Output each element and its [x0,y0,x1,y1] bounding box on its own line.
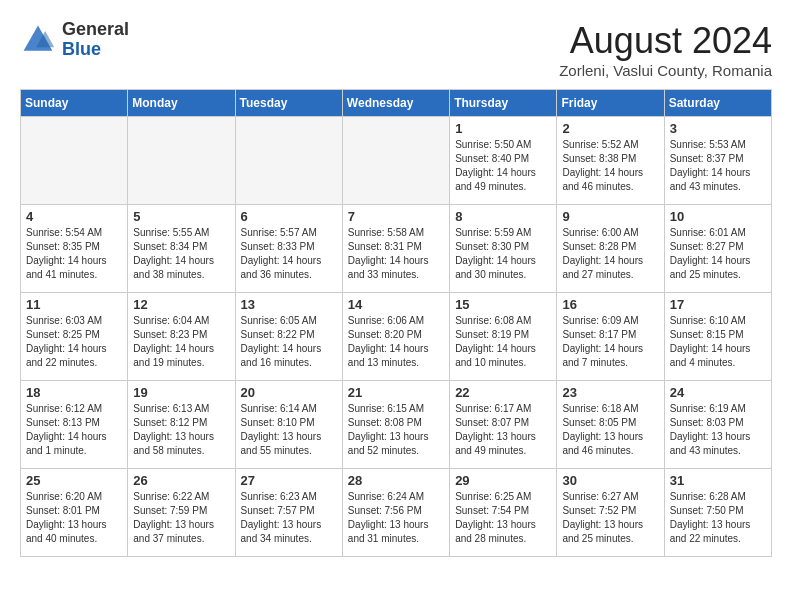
logo-icon [20,22,56,58]
day-info: Sunrise: 6:25 AM Sunset: 7:54 PM Dayligh… [455,490,551,546]
day-number: 20 [241,385,337,400]
day-number: 24 [670,385,766,400]
calendar-cell: 24Sunrise: 6:19 AM Sunset: 8:03 PM Dayli… [664,381,771,469]
calendar-cell: 26Sunrise: 6:22 AM Sunset: 7:59 PM Dayli… [128,469,235,557]
day-number: 18 [26,385,122,400]
calendar-cell: 30Sunrise: 6:27 AM Sunset: 7:52 PM Dayli… [557,469,664,557]
calendar-cell: 29Sunrise: 6:25 AM Sunset: 7:54 PM Dayli… [450,469,557,557]
day-number: 10 [670,209,766,224]
calendar-cell: 14Sunrise: 6:06 AM Sunset: 8:20 PM Dayli… [342,293,449,381]
calendar-cell: 23Sunrise: 6:18 AM Sunset: 8:05 PM Dayli… [557,381,664,469]
calendar-cell: 2Sunrise: 5:52 AM Sunset: 8:38 PM Daylig… [557,117,664,205]
day-info: Sunrise: 6:14 AM Sunset: 8:10 PM Dayligh… [241,402,337,458]
day-info: Sunrise: 6:22 AM Sunset: 7:59 PM Dayligh… [133,490,229,546]
calendar-cell [342,117,449,205]
day-number: 26 [133,473,229,488]
calendar-cell [21,117,128,205]
day-number: 17 [670,297,766,312]
calendar-cell: 7Sunrise: 5:58 AM Sunset: 8:31 PM Daylig… [342,205,449,293]
day-info: Sunrise: 6:08 AM Sunset: 8:19 PM Dayligh… [455,314,551,370]
calendar-cell: 21Sunrise: 6:15 AM Sunset: 8:08 PM Dayli… [342,381,449,469]
calendar-cell: 15Sunrise: 6:08 AM Sunset: 8:19 PM Dayli… [450,293,557,381]
calendar-cell: 20Sunrise: 6:14 AM Sunset: 8:10 PM Dayli… [235,381,342,469]
day-info: Sunrise: 5:59 AM Sunset: 8:30 PM Dayligh… [455,226,551,282]
day-header-sunday: Sunday [21,90,128,117]
day-info: Sunrise: 6:20 AM Sunset: 8:01 PM Dayligh… [26,490,122,546]
day-header-thursday: Thursday [450,90,557,117]
day-number: 23 [562,385,658,400]
day-number: 29 [455,473,551,488]
day-number: 22 [455,385,551,400]
day-number: 25 [26,473,122,488]
day-info: Sunrise: 6:03 AM Sunset: 8:25 PM Dayligh… [26,314,122,370]
calendar-cell: 9Sunrise: 6:00 AM Sunset: 8:28 PM Daylig… [557,205,664,293]
day-number: 15 [455,297,551,312]
day-number: 3 [670,121,766,136]
logo-blue-text: Blue [62,39,101,59]
calendar-cell: 3Sunrise: 5:53 AM Sunset: 8:37 PM Daylig… [664,117,771,205]
day-info: Sunrise: 6:10 AM Sunset: 8:15 PM Dayligh… [670,314,766,370]
calendar-cell: 25Sunrise: 6:20 AM Sunset: 8:01 PM Dayli… [21,469,128,557]
calendar-cell: 10Sunrise: 6:01 AM Sunset: 8:27 PM Dayli… [664,205,771,293]
title-block: August 2024 Zorleni, Vaslui County, Roma… [559,20,772,79]
calendar-week-row: 1Sunrise: 5:50 AM Sunset: 8:40 PM Daylig… [21,117,772,205]
logo-general-text: General [62,19,129,39]
logo-text: General Blue [62,20,129,60]
day-info: Sunrise: 5:55 AM Sunset: 8:34 PM Dayligh… [133,226,229,282]
calendar-cell: 31Sunrise: 6:28 AM Sunset: 7:50 PM Dayli… [664,469,771,557]
day-info: Sunrise: 6:28 AM Sunset: 7:50 PM Dayligh… [670,490,766,546]
calendar-cell: 22Sunrise: 6:17 AM Sunset: 8:07 PM Dayli… [450,381,557,469]
day-number: 12 [133,297,229,312]
day-info: Sunrise: 6:15 AM Sunset: 8:08 PM Dayligh… [348,402,444,458]
calendar-cell: 8Sunrise: 5:59 AM Sunset: 8:30 PM Daylig… [450,205,557,293]
calendar-cell: 1Sunrise: 5:50 AM Sunset: 8:40 PM Daylig… [450,117,557,205]
day-header-friday: Friday [557,90,664,117]
calendar-cell [128,117,235,205]
calendar-cell: 17Sunrise: 6:10 AM Sunset: 8:15 PM Dayli… [664,293,771,381]
day-number: 28 [348,473,444,488]
calendar-table: SundayMondayTuesdayWednesdayThursdayFrid… [20,89,772,557]
day-number: 1 [455,121,551,136]
day-number: 9 [562,209,658,224]
day-number: 13 [241,297,337,312]
calendar-header-row: SundayMondayTuesdayWednesdayThursdayFrid… [21,90,772,117]
day-number: 5 [133,209,229,224]
calendar-week-row: 25Sunrise: 6:20 AM Sunset: 8:01 PM Dayli… [21,469,772,557]
day-header-wednesday: Wednesday [342,90,449,117]
page-header: General Blue August 2024 Zorleni, Vaslui… [20,20,772,79]
day-info: Sunrise: 6:09 AM Sunset: 8:17 PM Dayligh… [562,314,658,370]
calendar-week-row: 11Sunrise: 6:03 AM Sunset: 8:25 PM Dayli… [21,293,772,381]
calendar-cell: 19Sunrise: 6:13 AM Sunset: 8:12 PM Dayli… [128,381,235,469]
day-info: Sunrise: 6:00 AM Sunset: 8:28 PM Dayligh… [562,226,658,282]
calendar-cell: 12Sunrise: 6:04 AM Sunset: 8:23 PM Dayli… [128,293,235,381]
day-number: 14 [348,297,444,312]
day-number: 2 [562,121,658,136]
day-number: 19 [133,385,229,400]
day-info: Sunrise: 5:53 AM Sunset: 8:37 PM Dayligh… [670,138,766,194]
day-info: Sunrise: 6:27 AM Sunset: 7:52 PM Dayligh… [562,490,658,546]
day-info: Sunrise: 6:17 AM Sunset: 8:07 PM Dayligh… [455,402,551,458]
day-number: 27 [241,473,337,488]
month-title: August 2024 [559,20,772,62]
day-number: 8 [455,209,551,224]
day-info: Sunrise: 5:50 AM Sunset: 8:40 PM Dayligh… [455,138,551,194]
calendar-cell: 18Sunrise: 6:12 AM Sunset: 8:13 PM Dayli… [21,381,128,469]
day-info: Sunrise: 6:24 AM Sunset: 7:56 PM Dayligh… [348,490,444,546]
day-info: Sunrise: 5:58 AM Sunset: 8:31 PM Dayligh… [348,226,444,282]
day-info: Sunrise: 5:54 AM Sunset: 8:35 PM Dayligh… [26,226,122,282]
calendar-week-row: 4Sunrise: 5:54 AM Sunset: 8:35 PM Daylig… [21,205,772,293]
logo: General Blue [20,20,129,60]
calendar-cell: 4Sunrise: 5:54 AM Sunset: 8:35 PM Daylig… [21,205,128,293]
calendar-cell: 5Sunrise: 5:55 AM Sunset: 8:34 PM Daylig… [128,205,235,293]
day-number: 31 [670,473,766,488]
day-info: Sunrise: 6:19 AM Sunset: 8:03 PM Dayligh… [670,402,766,458]
day-number: 4 [26,209,122,224]
day-info: Sunrise: 5:57 AM Sunset: 8:33 PM Dayligh… [241,226,337,282]
day-info: Sunrise: 6:23 AM Sunset: 7:57 PM Dayligh… [241,490,337,546]
day-info: Sunrise: 6:05 AM Sunset: 8:22 PM Dayligh… [241,314,337,370]
calendar-cell [235,117,342,205]
day-header-saturday: Saturday [664,90,771,117]
day-info: Sunrise: 6:12 AM Sunset: 8:13 PM Dayligh… [26,402,122,458]
day-number: 11 [26,297,122,312]
calendar-cell: 28Sunrise: 6:24 AM Sunset: 7:56 PM Dayli… [342,469,449,557]
